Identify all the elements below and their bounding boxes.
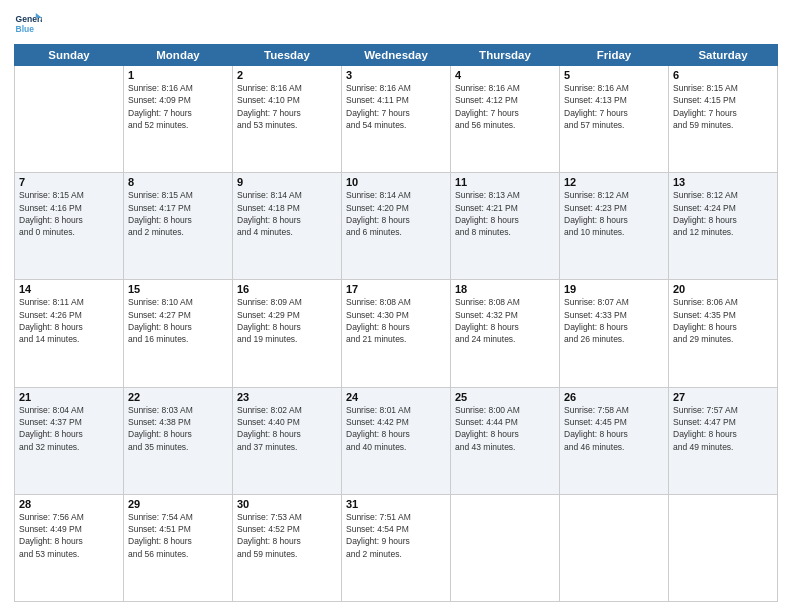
day-cell: 26Sunrise: 7:58 AM Sunset: 4:45 PM Dayli… [560, 387, 669, 494]
day-number: 14 [19, 283, 119, 295]
day-number: 16 [237, 283, 337, 295]
day-info: Sunrise: 8:15 AM Sunset: 4:15 PM Dayligh… [673, 82, 773, 131]
day-header-tuesday: Tuesday [233, 45, 342, 66]
day-info: Sunrise: 8:02 AM Sunset: 4:40 PM Dayligh… [237, 404, 337, 453]
day-info: Sunrise: 8:06 AM Sunset: 4:35 PM Dayligh… [673, 296, 773, 345]
day-cell: 4Sunrise: 8:16 AM Sunset: 4:12 PM Daylig… [451, 66, 560, 173]
day-header-thursday: Thursday [451, 45, 560, 66]
day-info: Sunrise: 8:11 AM Sunset: 4:26 PM Dayligh… [19, 296, 119, 345]
day-cell [560, 494, 669, 601]
day-number: 11 [455, 176, 555, 188]
day-info: Sunrise: 8:00 AM Sunset: 4:44 PM Dayligh… [455, 404, 555, 453]
day-info: Sunrise: 8:10 AM Sunset: 4:27 PM Dayligh… [128, 296, 228, 345]
day-cell: 5Sunrise: 8:16 AM Sunset: 4:13 PM Daylig… [560, 66, 669, 173]
day-cell: 22Sunrise: 8:03 AM Sunset: 4:38 PM Dayli… [124, 387, 233, 494]
day-info: Sunrise: 8:16 AM Sunset: 4:12 PM Dayligh… [455, 82, 555, 131]
day-cell: 30Sunrise: 7:53 AM Sunset: 4:52 PM Dayli… [233, 494, 342, 601]
day-number: 2 [237, 69, 337, 81]
day-cell: 23Sunrise: 8:02 AM Sunset: 4:40 PM Dayli… [233, 387, 342, 494]
svg-text:Blue: Blue [16, 24, 35, 34]
day-cell: 13Sunrise: 8:12 AM Sunset: 4:24 PM Dayli… [669, 173, 778, 280]
day-info: Sunrise: 8:15 AM Sunset: 4:17 PM Dayligh… [128, 189, 228, 238]
day-cell: 3Sunrise: 8:16 AM Sunset: 4:11 PM Daylig… [342, 66, 451, 173]
page-header: General Blue [14, 10, 778, 38]
day-cell: 17Sunrise: 8:08 AM Sunset: 4:30 PM Dayli… [342, 280, 451, 387]
day-cell: 9Sunrise: 8:14 AM Sunset: 4:18 PM Daylig… [233, 173, 342, 280]
day-number: 12 [564, 176, 664, 188]
days-header-row: SundayMondayTuesdayWednesdayThursdayFrid… [15, 45, 778, 66]
day-cell: 18Sunrise: 8:08 AM Sunset: 4:32 PM Dayli… [451, 280, 560, 387]
day-number: 19 [564, 283, 664, 295]
day-cell: 2Sunrise: 8:16 AM Sunset: 4:10 PM Daylig… [233, 66, 342, 173]
day-info: Sunrise: 7:54 AM Sunset: 4:51 PM Dayligh… [128, 511, 228, 560]
day-number: 13 [673, 176, 773, 188]
day-number: 24 [346, 391, 446, 403]
week-row-4: 28Sunrise: 7:56 AM Sunset: 4:49 PM Dayli… [15, 494, 778, 601]
week-row-3: 21Sunrise: 8:04 AM Sunset: 4:37 PM Dayli… [15, 387, 778, 494]
day-cell: 31Sunrise: 7:51 AM Sunset: 4:54 PM Dayli… [342, 494, 451, 601]
day-info: Sunrise: 7:58 AM Sunset: 4:45 PM Dayligh… [564, 404, 664, 453]
day-number: 29 [128, 498, 228, 510]
day-cell [15, 66, 124, 173]
day-header-wednesday: Wednesday [342, 45, 451, 66]
logo-icon: General Blue [14, 10, 42, 38]
day-info: Sunrise: 8:13 AM Sunset: 4:21 PM Dayligh… [455, 189, 555, 238]
day-info: Sunrise: 7:57 AM Sunset: 4:47 PM Dayligh… [673, 404, 773, 453]
day-cell: 19Sunrise: 8:07 AM Sunset: 4:33 PM Dayli… [560, 280, 669, 387]
day-cell [451, 494, 560, 601]
day-number: 4 [455, 69, 555, 81]
day-cell: 24Sunrise: 8:01 AM Sunset: 4:42 PM Dayli… [342, 387, 451, 494]
week-row-2: 14Sunrise: 8:11 AM Sunset: 4:26 PM Dayli… [15, 280, 778, 387]
day-cell: 28Sunrise: 7:56 AM Sunset: 4:49 PM Dayli… [15, 494, 124, 601]
day-info: Sunrise: 7:53 AM Sunset: 4:52 PM Dayligh… [237, 511, 337, 560]
calendar-table: SundayMondayTuesdayWednesdayThursdayFrid… [14, 44, 778, 602]
day-info: Sunrise: 8:08 AM Sunset: 4:30 PM Dayligh… [346, 296, 446, 345]
day-number: 28 [19, 498, 119, 510]
day-cell: 21Sunrise: 8:04 AM Sunset: 4:37 PM Dayli… [15, 387, 124, 494]
day-number: 7 [19, 176, 119, 188]
day-header-friday: Friday [560, 45, 669, 66]
week-row-0: 1Sunrise: 8:16 AM Sunset: 4:09 PM Daylig… [15, 66, 778, 173]
logo: General Blue [14, 10, 46, 38]
day-cell: 20Sunrise: 8:06 AM Sunset: 4:35 PM Dayli… [669, 280, 778, 387]
day-number: 8 [128, 176, 228, 188]
week-row-1: 7Sunrise: 8:15 AM Sunset: 4:16 PM Daylig… [15, 173, 778, 280]
day-info: Sunrise: 8:16 AM Sunset: 4:11 PM Dayligh… [346, 82, 446, 131]
day-info: Sunrise: 8:12 AM Sunset: 4:24 PM Dayligh… [673, 189, 773, 238]
day-info: Sunrise: 8:07 AM Sunset: 4:33 PM Dayligh… [564, 296, 664, 345]
day-cell: 6Sunrise: 8:15 AM Sunset: 4:15 PM Daylig… [669, 66, 778, 173]
day-cell: 16Sunrise: 8:09 AM Sunset: 4:29 PM Dayli… [233, 280, 342, 387]
day-number: 30 [237, 498, 337, 510]
day-info: Sunrise: 8:09 AM Sunset: 4:29 PM Dayligh… [237, 296, 337, 345]
day-number: 18 [455, 283, 555, 295]
day-number: 27 [673, 391, 773, 403]
day-header-saturday: Saturday [669, 45, 778, 66]
day-cell: 15Sunrise: 8:10 AM Sunset: 4:27 PM Dayli… [124, 280, 233, 387]
day-cell: 27Sunrise: 7:57 AM Sunset: 4:47 PM Dayli… [669, 387, 778, 494]
day-number: 15 [128, 283, 228, 295]
day-cell: 7Sunrise: 8:15 AM Sunset: 4:16 PM Daylig… [15, 173, 124, 280]
day-info: Sunrise: 8:16 AM Sunset: 4:10 PM Dayligh… [237, 82, 337, 131]
day-cell: 11Sunrise: 8:13 AM Sunset: 4:21 PM Dayli… [451, 173, 560, 280]
day-cell: 25Sunrise: 8:00 AM Sunset: 4:44 PM Dayli… [451, 387, 560, 494]
day-number: 9 [237, 176, 337, 188]
day-cell: 1Sunrise: 8:16 AM Sunset: 4:09 PM Daylig… [124, 66, 233, 173]
day-info: Sunrise: 8:14 AM Sunset: 4:20 PM Dayligh… [346, 189, 446, 238]
day-cell: 14Sunrise: 8:11 AM Sunset: 4:26 PM Dayli… [15, 280, 124, 387]
day-number: 5 [564, 69, 664, 81]
day-cell: 10Sunrise: 8:14 AM Sunset: 4:20 PM Dayli… [342, 173, 451, 280]
day-number: 10 [346, 176, 446, 188]
day-cell: 29Sunrise: 7:54 AM Sunset: 4:51 PM Dayli… [124, 494, 233, 601]
day-info: Sunrise: 8:16 AM Sunset: 4:09 PM Dayligh… [128, 82, 228, 131]
day-number: 31 [346, 498, 446, 510]
day-cell [669, 494, 778, 601]
day-info: Sunrise: 8:03 AM Sunset: 4:38 PM Dayligh… [128, 404, 228, 453]
day-number: 1 [128, 69, 228, 81]
day-cell: 12Sunrise: 8:12 AM Sunset: 4:23 PM Dayli… [560, 173, 669, 280]
day-cell: 8Sunrise: 8:15 AM Sunset: 4:17 PM Daylig… [124, 173, 233, 280]
day-number: 20 [673, 283, 773, 295]
day-header-monday: Monday [124, 45, 233, 66]
day-info: Sunrise: 8:04 AM Sunset: 4:37 PM Dayligh… [19, 404, 119, 453]
day-number: 21 [19, 391, 119, 403]
day-number: 23 [237, 391, 337, 403]
